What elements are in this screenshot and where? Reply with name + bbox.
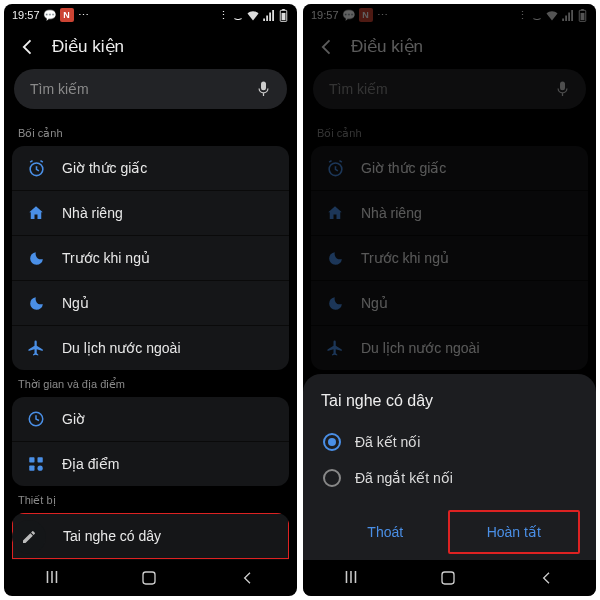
svg-rect-2 [281, 12, 285, 19]
group-context: Giờ thức giấc Nhà riêng Trước khi ngủ Ng… [12, 146, 289, 370]
row-label: Giờ thức giấc [62, 160, 147, 176]
row-label: Nhà riêng [361, 205, 422, 221]
phone-screen-right: 19:57 💬 N ⋯ ⋮ ͜ Điều kiện Tìm kiếm Bối c… [303, 4, 596, 596]
row-before-sleep[interactable]: Trước khi ngủ [311, 235, 588, 280]
status-time: 19:57 [311, 9, 339, 21]
alarm-icon [325, 158, 345, 178]
bluetooth-icon: ⋮ [516, 9, 528, 21]
row-label: Du lịch nước ngoài [62, 340, 181, 356]
moon-icon [26, 248, 46, 268]
nav-back[interactable] [240, 570, 256, 586]
status-bar: 19:57 💬 N ⋯ ⋮ ͜ [303, 4, 596, 26]
group-device: Tai nghe có dây Trạng thái sạc Mức pin [12, 513, 289, 560]
radio-icon [323, 433, 341, 451]
row-before-sleep[interactable]: Trước khi ngủ [12, 235, 289, 280]
search-placeholder: Tìm kiếm [30, 81, 256, 97]
notif-badge: N [359, 8, 373, 22]
search-input[interactable]: Tìm kiếm [14, 69, 287, 109]
row-label: Trước khi ngủ [62, 250, 150, 266]
done-button[interactable]: Hoàn tất [448, 510, 581, 554]
more-icon: ⋯ [377, 9, 389, 21]
radio-icon [323, 469, 341, 487]
mic-icon[interactable] [256, 80, 271, 98]
signal-icon [561, 9, 573, 21]
signal-icon [262, 9, 274, 21]
row-home[interactable]: Nhà riêng [311, 190, 588, 235]
page-header: Điều kiện [303, 26, 596, 65]
status-time: 19:57 [12, 9, 40, 21]
phone-screen-left: 19:57 💬 N ⋯ ⋮ ͜ Điều kiện Tìm kiếm [4, 4, 297, 596]
airplane-icon [26, 338, 46, 358]
search-placeholder: Tìm kiếm [329, 81, 555, 97]
svg-rect-17 [580, 12, 584, 19]
row-wake-time[interactable]: Giờ thức giấc [311, 146, 588, 190]
battery-icon [277, 9, 289, 21]
location-icon [26, 454, 46, 474]
svg-rect-14 [143, 572, 155, 584]
row-place[interactable]: Địa điểm [12, 441, 289, 486]
row-wired-headphones[interactable]: Tai nghe có dây [12, 513, 289, 560]
search-input[interactable]: Tìm kiếm [313, 69, 586, 109]
nav-recents[interactable]: III [344, 569, 357, 587]
page-title: Điều kiện [351, 36, 423, 57]
row-label: Nhà riêng [62, 205, 123, 221]
svg-point-9 [38, 466, 43, 471]
svg-rect-25 [442, 572, 454, 584]
nav-home[interactable] [141, 570, 157, 586]
volte-icon: ͜ [232, 9, 244, 21]
row-sleep[interactable]: Ngủ [12, 280, 289, 325]
more-icon: ⋯ [78, 9, 90, 21]
row-label: Ngủ [62, 295, 89, 311]
svg-rect-18 [560, 82, 565, 91]
chat-icon: 💬 [44, 9, 56, 21]
nav-back[interactable] [539, 570, 555, 586]
wifi-icon [247, 9, 259, 21]
row-travel[interactable]: Du lịch nước ngoài [12, 325, 289, 370]
cancel-button[interactable]: Thoát [321, 512, 450, 552]
edit-fab[interactable] [12, 520, 46, 554]
back-icon[interactable] [18, 37, 38, 57]
svg-rect-8 [29, 466, 34, 471]
moon-icon [325, 293, 345, 313]
nav-bar: III [303, 560, 596, 596]
sheet-title: Tai nghe có dây [321, 392, 578, 410]
row-label: Trước khi ngủ [361, 250, 449, 266]
row-wake-time[interactable]: Giờ thức giấc [12, 146, 289, 190]
row-label: Tai nghe có dây [63, 528, 161, 544]
clock-icon [26, 409, 46, 429]
wifi-icon [546, 9, 558, 21]
radio-connected[interactable]: Đã kết nối [321, 424, 578, 460]
section-label-context: Bối cảnh [4, 119, 297, 146]
svg-rect-1 [282, 9, 285, 10]
page-header: Điều kiện [4, 26, 297, 65]
notif-badge: N [60, 8, 74, 22]
moon-icon [325, 248, 345, 268]
mic-icon[interactable] [555, 80, 570, 98]
radio-disconnected[interactable]: Đã ngắt kết nối [321, 460, 578, 496]
section-label-context: Bối cảnh [303, 119, 596, 146]
row-sleep[interactable]: Ngủ [311, 280, 588, 325]
row-label: Du lịch nước ngoài [361, 340, 480, 356]
row-home[interactable]: Nhà riêng [12, 190, 289, 235]
status-bar: 19:57 💬 N ⋯ ⋮ ͜ [4, 4, 297, 26]
section-label-timeplace: Thời gian và địa điểm [4, 370, 297, 397]
row-time[interactable]: Giờ [12, 397, 289, 441]
nav-recents[interactable]: III [45, 569, 58, 587]
radio-label: Đã ngắt kết nối [355, 470, 453, 486]
svg-rect-16 [581, 9, 584, 10]
row-label: Địa điểm [62, 456, 119, 472]
group-context: Giờ thức giấc Nhà riêng Trước khi ngủ Ng… [311, 146, 588, 370]
chat-icon: 💬 [343, 9, 355, 21]
moon-icon [26, 293, 46, 313]
back-icon[interactable] [317, 37, 337, 57]
row-label: Giờ [62, 411, 85, 427]
bluetooth-icon: ⋮ [217, 9, 229, 21]
row-travel[interactable]: Du lịch nước ngoài [311, 325, 588, 370]
nav-bar: III [4, 560, 297, 596]
bottom-sheet: Tai nghe có dây Đã kết nối Đã ngắt kết n… [303, 374, 596, 560]
nav-home[interactable] [440, 570, 456, 586]
row-label: Giờ thức giấc [361, 160, 446, 176]
radio-label: Đã kết nối [355, 434, 420, 450]
alarm-icon [26, 158, 46, 178]
volte-icon: ͜ [531, 9, 543, 21]
